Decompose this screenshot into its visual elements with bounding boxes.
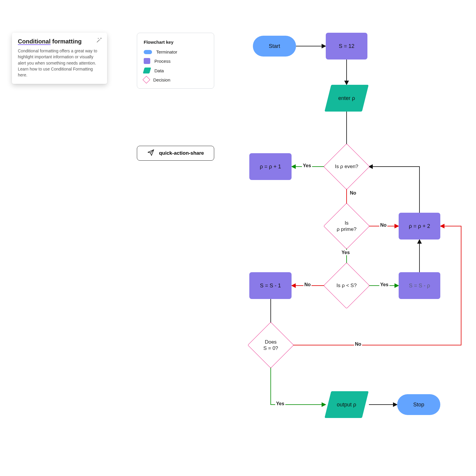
node-start[interactable]: Start <box>253 36 296 57</box>
node-is-prime[interactable]: Is ρ prime? <box>330 210 363 242</box>
magic-wand-icon <box>96 37 102 43</box>
flowchart[interactable]: Start S = 12 enter ρ Is ρ even? ρ = ρ + … <box>244 33 470 449</box>
node-output[interactable]: output ρ <box>325 391 369 418</box>
node-input[interactable]: enter ρ <box>325 85 369 112</box>
flowchart-key: Flowchart key Terminator Process Data De… <box>137 33 214 89</box>
paper-plane-icon <box>147 149 155 158</box>
label-prime-no: No <box>379 223 387 228</box>
node-inc2[interactable]: ρ = ρ + 2 <box>399 213 440 239</box>
decision-swatch-icon <box>143 76 150 83</box>
node-init[interactable]: S = 12 <box>326 33 367 60</box>
label-zero-yes: Yes <box>275 401 285 406</box>
tip-body: Conditional formatting offers a great wa… <box>18 48 101 78</box>
label-even-yes: Yes <box>302 163 312 168</box>
node-stop[interactable]: Stop <box>397 394 440 415</box>
label-even-no: No <box>349 190 357 196</box>
process-swatch-icon <box>144 58 150 64</box>
label-lt-no: No <box>303 282 311 287</box>
label-lt-yes: Yes <box>379 282 389 287</box>
legend-data: Data <box>144 68 207 73</box>
label-zero-no: No <box>354 342 362 347</box>
data-swatch-icon <box>143 68 151 73</box>
quick-action-share-button[interactable]: quick-action-share <box>137 146 214 161</box>
terminator-swatch-icon <box>144 50 152 54</box>
node-sub-1[interactable]: S = S - 1 <box>249 272 292 299</box>
node-is-zero[interactable]: Does S = 0? <box>254 329 287 361</box>
legend-terminator: Terminator <box>144 49 207 54</box>
conditional-formatting-tip: Conditional formatting Conditional forma… <box>12 33 107 84</box>
legend-process: Process <box>144 58 207 64</box>
node-sub-rho[interactable]: S = S - ρ <box>399 272 440 299</box>
legend-title: Flowchart key <box>144 40 207 45</box>
node-is-even[interactable]: Is ρ even? <box>330 150 363 183</box>
node-is-lt[interactable]: Is ρ < S? <box>330 269 363 302</box>
tip-title: Conditional formatting <box>18 38 101 45</box>
node-inc1[interactable]: ρ = ρ + 1 <box>249 153 292 180</box>
legend-decision: Decision <box>144 77 207 82</box>
label-prime-yes: Yes <box>341 250 351 255</box>
